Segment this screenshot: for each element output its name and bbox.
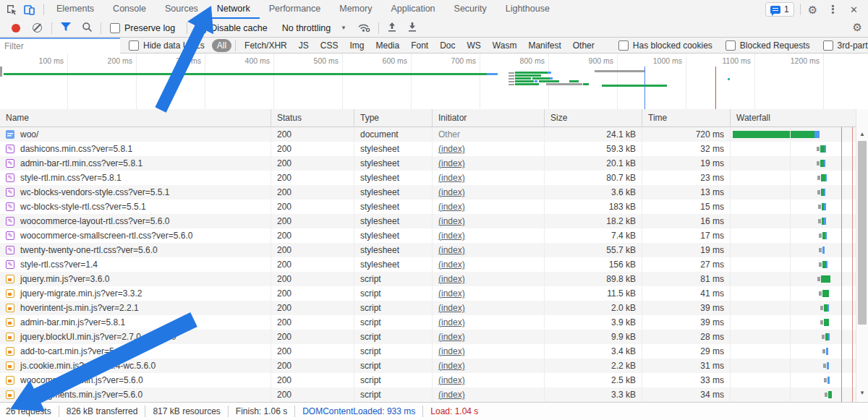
tab-elements[interactable]: Elements: [47, 0, 103, 19]
filter-pill-font[interactable]: Font: [406, 39, 433, 52]
initiator-link[interactable]: (index): [438, 375, 465, 385]
preserve-log-checkbox[interactable]: Preserve log: [110, 23, 178, 33]
column-header-time[interactable]: Time: [642, 109, 731, 127]
request-row[interactable]: ✎style-rtl.min.css?ver=5.8.1200styleshee…: [0, 171, 856, 185]
checkbox-box[interactable]: [823, 40, 833, 51]
column-header-status[interactable]: Status: [271, 109, 354, 127]
initiator-link[interactable]: (index): [438, 144, 465, 154]
hide-data-urls-checkbox-box[interactable]: [129, 40, 139, 51]
scrollbar-down-icon[interactable]: ▼: [856, 387, 868, 399]
initiator-link[interactable]: (index): [438, 303, 465, 313]
tab-console[interactable]: Console: [103, 0, 156, 19]
export-har-icon[interactable]: [407, 22, 417, 35]
checkbox--rd-party-requests[interactable]: 3rd-party requests: [823, 40, 868, 51]
request-row[interactable]: ✎dashicons.min.css?ver=5.8.1200styleshee…: [0, 142, 856, 156]
request-row[interactable]: add-to-cart.min.js?ver=5.6.0200script(in…: [0, 344, 856, 359]
filter-pill-other[interactable]: Other: [568, 39, 600, 52]
tab-memory[interactable]: Memory: [330, 0, 381, 19]
initiator-link[interactable]: (index): [438, 245, 465, 255]
filter-pill-fetchxhr[interactable]: Fetch/XHR: [239, 39, 292, 52]
column-header-type[interactable]: Type: [354, 109, 433, 127]
request-row[interactable]: ✎admin-bar-rtl.min.css?ver=5.8.1200style…: [0, 156, 856, 171]
clear-network-log-icon[interactable]: [33, 23, 42, 33]
filter-pill-img[interactable]: Img: [344, 39, 369, 52]
request-row[interactable]: cart-fragments.min.js?ver=5.6.0200script…: [0, 387, 856, 402]
filter-input[interactable]: [0, 39, 120, 53]
filter-pill-media[interactable]: Media: [370, 39, 404, 52]
initiator-link[interactable]: (index): [438, 231, 465, 241]
column-header-waterfall[interactable]: Waterfall: [731, 109, 856, 127]
filter-pill-js[interactable]: JS: [294, 39, 314, 52]
tab-security[interactable]: Security: [445, 0, 496, 19]
filter-pill-manifest[interactable]: Manifest: [523, 39, 566, 52]
record-network-log-button[interactable]: [12, 24, 20, 33]
request-row[interactable]: ✎woocommerce-layout-rtl.css?ver=5.6.0200…: [0, 214, 856, 228]
vertical-scrollbar[interactable]: ▲ ▼: [856, 109, 868, 402]
checkbox-box[interactable]: [726, 40, 736, 51]
initiator-link[interactable]: (index): [438, 390, 465, 400]
more-options-kebab-icon[interactable]: ⋮: [822, 3, 844, 16]
request-row[interactable]: ✎style-rtl.css?ver=1.4200stylesheet(inde…: [0, 257, 856, 272]
request-row[interactable]: admin-bar.min.js?ver=5.8.1200script(inde…: [0, 315, 856, 330]
checkbox-blocked-requests[interactable]: Blocked Requests: [726, 40, 810, 51]
filter-toggle-icon[interactable]: [60, 22, 72, 34]
preserve-log-checkbox-box[interactable]: [110, 23, 120, 33]
issues-badge[interactable]: 1: [765, 2, 794, 17]
column-header-initiator[interactable]: Initiator: [433, 109, 545, 127]
request-row[interactable]: ✎woocommerce-smallscreen-rtl.css?ver=5.6…: [0, 228, 856, 243]
filter-pill-ws[interactable]: WS: [462, 39, 486, 52]
search-icon[interactable]: [82, 22, 93, 35]
filter-pill-wasm[interactable]: Wasm: [488, 39, 522, 52]
close-devtools-icon[interactable]: ✕: [844, 4, 864, 15]
initiator-link[interactable]: (index): [438, 187, 465, 197]
network-conditions-icon[interactable]: [357, 22, 370, 35]
request-row[interactable]: ✎wc-blocks-vendors-style.css?ver=5.5.120…: [0, 185, 856, 200]
network-overview-timeline[interactable]: 100 ms200 ms300 ms400 ms500 ms600 ms700 …: [0, 53, 868, 110]
device-toolbar-icon[interactable]: [20, 1, 38, 18]
initiator-link[interactable]: (index): [438, 346, 465, 356]
tab-sources[interactable]: Sources: [156, 0, 208, 19]
request-status: 200: [271, 142, 354, 156]
initiator-link[interactable]: (index): [438, 274, 465, 284]
initiator-link[interactable]: (index): [438, 173, 465, 183]
tab-application[interactable]: Application: [381, 0, 444, 19]
scrollbar-up-icon[interactable]: ▲: [856, 128, 868, 140]
disable-cache-checkbox-box[interactable]: [196, 23, 206, 33]
request-row[interactable]: woocommerce.min.js?ver=5.6.0200script(in…: [0, 373, 856, 387]
hide-data-urls-checkbox[interactable]: Hide data URLs: [129, 40, 205, 51]
request-row[interactable]: woo/200documentOther24.1 kB720 ms: [0, 127, 856, 142]
settings-gear-icon[interactable]: ⚙: [804, 4, 822, 15]
request-row[interactable]: ✎wc-blocks-style-rtl.css?ver=5.5.1200sty…: [0, 200, 856, 214]
throttling-dropdown[interactable]: No throttling ▼: [282, 23, 346, 33]
import-har-icon[interactable]: [387, 22, 397, 35]
initiator-link[interactable]: (index): [438, 216, 465, 226]
request-row[interactable]: jquery.min.js?ver=3.6.0200script(index)8…: [0, 272, 856, 286]
column-header-size[interactable]: Size: [545, 109, 642, 127]
divider: [235, 40, 236, 51]
inspect-element-icon[interactable]: [3, 1, 20, 18]
request-row[interactable]: js.cookie.min.js?ver=2.1.4-wc.5.6.0200sc…: [0, 359, 856, 373]
tab-performance[interactable]: Performance: [260, 0, 331, 19]
network-settings-gear-icon[interactable]: ⚙: [853, 22, 862, 33]
request-row[interactable]: hoverintent-js.min.js?ver=2.2.1200script…: [0, 301, 856, 315]
initiator-link[interactable]: (index): [438, 158, 465, 168]
checkbox-has-blocked-cookies[interactable]: Has blocked cookies: [618, 40, 712, 51]
column-header-name[interactable]: Name: [0, 109, 271, 127]
filter-pill-css[interactable]: CSS: [315, 39, 344, 52]
tab-network[interactable]: Network: [208, 0, 260, 19]
initiator-link[interactable]: (index): [438, 361, 465, 371]
initiator-link[interactable]: (index): [438, 332, 465, 342]
request-row[interactable]: jquery.blockUI.min.js?ver=2.7.0-wc.5.6.0…: [0, 330, 856, 344]
initiator-link[interactable]: (index): [438, 317, 465, 327]
tab-lighthouse[interactable]: Lighthouse: [496, 0, 559, 19]
filter-pill-doc[interactable]: Doc: [435, 39, 460, 52]
checkbox-box[interactable]: [618, 40, 629, 51]
filter-pill-all[interactable]: All: [212, 39, 231, 52]
request-row[interactable]: jquery-migrate.min.js?ver=3.3.2200script…: [0, 286, 856, 301]
request-row[interactable]: ✎twenty-twenty-one-rtl.css?ver=5.6.0200s…: [0, 243, 856, 257]
scrollbar-thumb[interactable]: [858, 141, 867, 325]
initiator-link[interactable]: (index): [438, 288, 465, 299]
initiator-link[interactable]: (index): [438, 260, 465, 270]
disable-cache-checkbox[interactable]: Disable cache: [196, 23, 271, 33]
initiator-link[interactable]: (index): [438, 202, 465, 212]
